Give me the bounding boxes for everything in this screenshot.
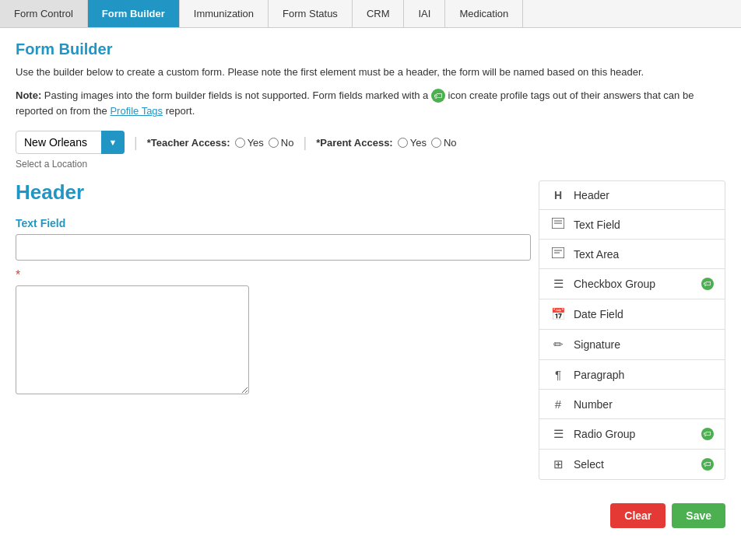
teacher-no-label[interactable]: No [269,137,294,149]
select-tag-icon: 🏷 [701,458,714,471]
page-title: Form Builder [16,40,725,58]
select-location-hint: Select a Location [16,159,725,170]
sidebar-item-checkbox-group-label: Checkbox Group [574,278,694,290]
checkbox-group-icon: ☰ [550,277,566,291]
teacher-access-label: *Teacher Access: [147,137,230,149]
main-content: Form Builder Use the builder below to cr… [0,28,741,492]
text-field-icon [550,218,566,231]
date-field-icon: 📅 [550,307,566,321]
sidebar-item-radio-group-label: Radio Group [574,428,694,440]
signature-icon: ✏ [550,338,566,352]
parent-no-text: No [444,137,457,149]
sidebar-item-paragraph-label: Paragraph [574,369,714,381]
builder-area: Header Text Field * H Header Text Field [16,180,725,480]
sidebar-item-select-label: Select [574,458,694,471]
teacher-yes-radio[interactable] [235,138,245,148]
sidebar-item-text-field[interactable]: Text Field [539,210,725,240]
divider-pipe-1: | [134,135,138,151]
parent-access-label: *Parent Access: [316,137,393,149]
sidebar-item-paragraph[interactable]: ¶ Paragraph [539,360,725,390]
save-button[interactable]: Save [672,503,725,528]
description: Use the builder below to create a custom… [16,65,725,80]
text-area-icon [550,247,566,261]
tab-immunization[interactable]: Immunization [180,0,269,27]
sidebar-item-date-field[interactable]: 📅 Date Field [539,299,725,330]
sidebar-item-text-area[interactable]: Text Area [539,240,725,269]
parent-no-radio[interactable] [431,138,441,148]
parent-yes-radio[interactable] [398,138,408,148]
tab-form-status[interactable]: Form Status [269,0,353,27]
clear-button[interactable]: Clear [610,503,665,528]
sidebar-item-header[interactable]: H Header [539,181,725,210]
sidebar-item-checkbox-group[interactable]: ☰ Checkbox Group 🏷 [539,269,725,299]
parent-yes-label[interactable]: Yes [398,137,427,149]
required-asterisk: * [16,268,531,282]
form-header-element: Header [16,180,531,205]
parent-yes-text: Yes [410,137,427,149]
controls-row: New Orleans Baton Rouge Shreveport ▼ | *… [16,131,725,154]
note-bar: Note: Pasting images into the form build… [16,88,725,121]
parent-no-label[interactable]: No [431,137,457,149]
element-sidebar: H Header Text Field Text Area ☰ Checkbox… [539,180,725,480]
sidebar-item-signature[interactable]: ✏ Signature [539,330,725,360]
footer-bar: Clear Save [0,492,741,539]
tab-crm[interactable]: CRM [353,0,405,27]
sidebar-item-radio-group[interactable]: ☰ Radio Group 🏷 [539,419,725,450]
teacher-yes-text: Yes [248,137,264,149]
sidebar-item-text-area-label: Text Area [574,248,714,261]
profile-tag-note-icon: 🏷 [431,89,445,103]
teacher-yes-label[interactable]: Yes [235,137,264,149]
divider-pipe-2: | [303,135,307,151]
sidebar-item-signature-label: Signature [574,338,714,351]
sidebar-item-header-label: Header [574,189,714,201]
note-text-3: report. [166,105,195,117]
number-icon: # [550,397,566,411]
teacher-no-text: No [281,137,294,149]
sidebar-item-number[interactable]: # Number [539,390,725,419]
tab-form-builder[interactable]: Form Builder [88,0,180,27]
checkbox-group-tag-icon: 🏷 [701,278,714,290]
text-area-field[interactable] [16,285,249,394]
teacher-no-radio[interactable] [269,138,279,148]
tab-bar: Form Control Form Builder Immunization F… [0,0,741,28]
dropdown-arrow-button[interactable]: ▼ [101,131,125,154]
sidebar-item-select[interactable]: ⊞ Select 🏷 [539,450,725,479]
tab-form-control[interactable]: Form Control [0,0,88,27]
sidebar-item-number-label: Number [574,398,714,411]
tab-medication[interactable]: Medication [445,0,523,27]
parent-access-group: *Parent Access: Yes No [316,137,456,149]
radio-group-icon: ☰ [550,427,566,441]
form-canvas: Header Text Field * [16,180,539,480]
paragraph-icon: ¶ [550,368,566,381]
note-text-1: Pasting images into the form builder fie… [44,89,431,101]
note-label: Note: [16,89,41,101]
header-icon: H [550,189,566,201]
select-icon: ⊞ [550,457,566,471]
text-input-field[interactable] [16,234,531,261]
teacher-access-group: *Teacher Access: Yes No [147,137,294,149]
profile-tags-link[interactable]: Profile Tags [110,105,163,117]
sidebar-item-date-field-label: Date Field [574,308,714,320]
tab-iai[interactable]: IAI [404,0,445,27]
location-select-wrapper: New Orleans Baton Rouge Shreveport ▼ [16,131,125,154]
radio-group-tag-icon: 🏷 [701,428,714,440]
text-field-label: Text Field [16,217,531,229]
sidebar-item-text-field-label: Text Field [574,219,714,231]
